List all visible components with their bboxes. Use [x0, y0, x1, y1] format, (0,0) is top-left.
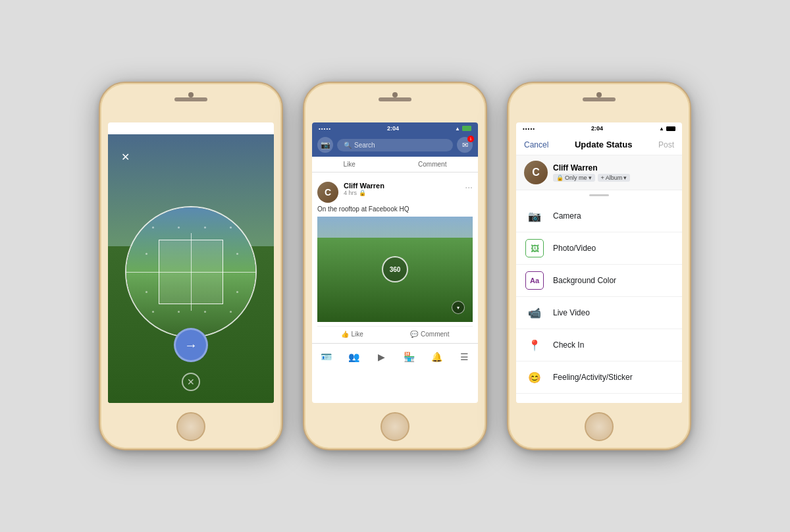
feeling-icon: 😊: [525, 368, 544, 386]
cancel-icon: ✕: [187, 377, 195, 387]
status-time-3: 2:04: [591, 125, 603, 132]
album-label: + Album: [601, 174, 623, 181]
badge-360: 360: [382, 256, 408, 282]
post-options[interactable]: ···: [465, 182, 473, 192]
status-bar-3: ••••• 2:04 ▲: [516, 122, 682, 134]
post-footer: 👍 Like 💬 Comment: [317, 326, 473, 338]
comment-action-top[interactable]: Comment: [418, 161, 446, 168]
update-status-title: Update Status: [575, 140, 632, 149]
post-header: C Cliff Warren 4 hrs 🔒 ···: [317, 182, 473, 203]
battery-icon-2: [462, 126, 471, 131]
camera-menu-icon: 📷: [525, 207, 544, 225]
live-video-label: Live Video: [553, 308, 590, 317]
feeling-label: Feeling/Activity/Sticker: [553, 373, 633, 382]
rotate-indicator[interactable]: ▾: [452, 301, 465, 314]
tag-people-icon: 👥: [525, 400, 544, 403]
messenger-icon[interactable]: ✉ 1: [457, 137, 473, 153]
drag-handle[interactable]: [589, 194, 609, 196]
circle-inner: [126, 207, 255, 336]
post-lock-icon: 🔒: [359, 190, 366, 196]
notification-badge: 1: [467, 136, 474, 142]
like-action-top[interactable]: Like: [344, 161, 356, 168]
check-in-icon: 📍: [525, 336, 544, 354]
nav-notifications[interactable]: 🔔: [429, 349, 444, 365]
comment-button[interactable]: 💬 Comment: [410, 331, 449, 338]
phone-speaker-2: [379, 97, 411, 101]
camera-screen: ✕ → ✕: [108, 134, 274, 403]
post-360-image[interactable]: 360 ▾: [317, 217, 473, 322]
signal-dots-3: •••••: [523, 126, 535, 132]
drag-handle-container: [516, 194, 682, 200]
privacy-label: Only me: [565, 174, 587, 181]
nav-video[interactable]: ▶: [373, 349, 389, 365]
photo-video-icon: 🖼: [525, 239, 544, 257]
menu-item-check-in[interactable]: 📍 Check In: [516, 329, 682, 361]
phone-1-screen: ••••• 2:04 ▲ ▬: [108, 122, 274, 403]
battery-icon-3: [666, 126, 675, 131]
dots-pattern: [126, 207, 255, 336]
status-time-2: 2:04: [387, 125, 399, 132]
search-bar[interactable]: 🔍 Search: [337, 139, 453, 151]
privacy-controls: 🔒 Only me ▾ + Album ▾: [553, 174, 674, 182]
home-button-1[interactable]: [176, 412, 205, 441]
facebook-header: 📷 🔍 Search ✉ 1: [312, 134, 478, 157]
privacy-selector[interactable]: 🔒 Only me ▾: [553, 174, 595, 182]
status-bar-1: ••••• 2:04 ▲ ▬: [108, 122, 274, 134]
post-author-name: Cliff Warren: [344, 182, 384, 190]
home-button-3[interactable]: [585, 412, 614, 441]
wifi-icon-1: ▲: [255, 126, 260, 132]
menu-item-tag-people[interactable]: 👥 Tag People: [516, 394, 682, 403]
circle-guide-overlay: [125, 206, 257, 338]
album-selector[interactable]: + Album ▾: [598, 174, 631, 182]
wifi-icon-3: ▲: [659, 126, 664, 132]
menu-item-photo-video[interactable]: 🖼 Photo/Video: [516, 232, 682, 265]
messenger-glyph: ✉: [462, 141, 468, 149]
battery-icon-1: ▬: [262, 126, 267, 132]
camera-menu-label: Camera: [553, 211, 581, 221]
signal-dots-2: •••••: [319, 126, 331, 132]
signal-dots-1: •••••: [115, 126, 127, 132]
post-meta: Cliff Warren 4 hrs 🔒: [344, 182, 384, 196]
chevron-down-icon: ▾: [589, 174, 592, 181]
phone-2-screen: ••••• 2:04 ▲ 📷 🔍 Search ✉ 1: [312, 122, 478, 403]
search-icon: 🔍: [344, 142, 352, 149]
phone-3: ••••• 2:04 ▲ Cancel Update Status Post C…: [507, 82, 691, 450]
menu-item-camera[interactable]: 📷 Camera: [516, 200, 682, 232]
nav-home[interactable]: 🪪: [318, 349, 334, 365]
user-name: Cliff Warren: [553, 163, 674, 173]
bottom-nav-bar: 🪪 👥 ▶ 🏪 🔔 ☰: [312, 343, 478, 367]
nav-marketplace[interactable]: 🏪: [401, 349, 417, 365]
status-time-1: 2:04: [185, 125, 197, 132]
lock-icon: 🔒: [556, 174, 564, 181]
camera-icon-fb[interactable]: 📷: [317, 137, 333, 153]
top-actions-row: Like Comment: [312, 157, 478, 173]
live-video-icon: 📹: [525, 304, 544, 322]
menu-item-background-color[interactable]: Aa Background Color: [516, 265, 682, 297]
update-status-header: Cancel Update Status Post: [516, 134, 682, 155]
like-label: Like: [352, 331, 363, 338]
phone-3-screen: ••••• 2:04 ▲ Cancel Update Status Post C…: [516, 122, 682, 403]
home-button-2[interactable]: [381, 412, 409, 441]
like-thumb-icon: 👍: [341, 331, 349, 338]
nav-menu[interactable]: ☰: [456, 349, 472, 365]
post-location-text: On the rooftop at Facebook HQ: [317, 205, 473, 213]
next-button[interactable]: →: [174, 328, 208, 362]
cancel-button[interactable]: ✕: [182, 373, 200, 391]
close-button[interactable]: ✕: [117, 149, 133, 165]
photo-video-label: Photo/Video: [553, 244, 596, 253]
status-options-menu: 📷 Camera 🖼 Photo/Video Aa Background Col…: [516, 200, 682, 403]
like-button[interactable]: 👍 Like: [341, 331, 363, 338]
cancel-button-update[interactable]: Cancel: [524, 140, 548, 149]
user-info: Cliff Warren 🔒 Only me ▾ + Album ▾: [553, 163, 674, 182]
status-icons-2: ▲: [455, 126, 471, 132]
phone-speaker-1: [174, 97, 207, 101]
menu-item-live-video[interactable]: 📹 Live Video: [516, 297, 682, 329]
phone-2: ••••• 2:04 ▲ 📷 🔍 Search ✉ 1: [303, 82, 487, 450]
facebook-post: C Cliff Warren 4 hrs 🔒 ··· On the roofto…: [312, 176, 478, 343]
nav-friends[interactable]: 👥: [346, 349, 361, 365]
post-button-update[interactable]: Post: [658, 140, 674, 149]
post-time: 4 hrs 🔒: [344, 190, 384, 196]
post-avatar: C: [317, 182, 338, 203]
status-icons-1: ▲ ▬: [255, 126, 267, 132]
menu-item-feeling[interactable]: 😊 Feeling/Activity/Sticker: [516, 361, 682, 394]
